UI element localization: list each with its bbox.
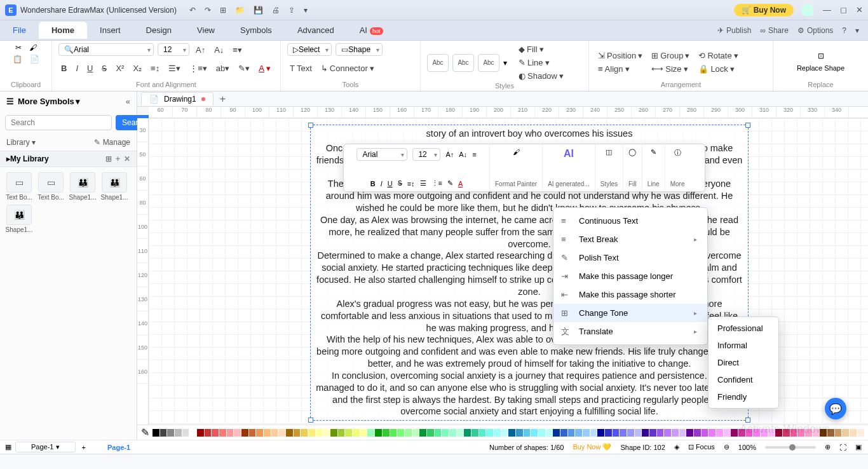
color-swatch[interactable] [353,429,360,437]
thumb-item[interactable]: ▭Text Bo... [37,172,65,201]
color-swatch[interactable] [457,429,464,437]
color-swatch[interactable] [264,429,271,437]
thumb-item[interactable]: 👪Shape1... [5,205,33,233]
shadow-button[interactable]: ◐ Shadow▾ [516,70,566,82]
color-swatch[interactable] [167,429,174,437]
connector-tool[interactable]: ↳ Connector▾ [318,62,377,74]
color-swatch[interactable] [278,429,285,437]
mini-size-combo[interactable]: 12 [412,148,440,161]
decrease-font-icon[interactable]: A↓ [212,44,226,56]
publish-button[interactable]: ✈ Publish [717,26,751,35]
color-swatch[interactable] [241,429,248,437]
color-swatch[interactable] [508,429,515,437]
mini-more-icon[interactable]: ⓘ [674,148,681,158]
add-page-icon[interactable]: + [82,444,86,451]
color-swatch[interactable] [397,429,404,437]
more-symbols[interactable]: More Symbols [18,97,80,106]
font-size-combo[interactable]: 12 [158,43,189,56]
increase-font-icon[interactable]: A↑ [193,44,208,56]
color-swatch[interactable] [205,429,212,437]
menu-advanced[interactable]: Advanced [285,22,347,39]
status-buy-now[interactable]: Buy Now 💛 [573,443,611,451]
qat-more-icon[interactable]: ▾ [304,6,308,15]
menu-insert[interactable]: Insert [87,22,133,39]
select-tool[interactable]: ▷ Select [287,43,332,56]
document-tab[interactable]: 📄Drawing1 [141,92,214,105]
lib-add-icon[interactable]: + [116,154,120,163]
layers-icon[interactable]: ◈ [674,443,679,451]
color-swatch[interactable] [538,429,545,437]
format-brush-icon[interactable]: 🖌 [29,43,37,52]
menu-make-longer[interactable]: ⇥Make this passage longer [553,267,707,285]
color-swatch[interactable] [427,429,434,437]
menu-make-shorter[interactable]: ⇤Make this passage shorter [553,285,707,304]
bullets-icon[interactable]: ☰▾ [166,62,183,74]
export-icon[interactable]: ⇪ [288,6,295,15]
color-swatch[interactable] [153,429,159,437]
numbering-icon[interactable]: ⋮≡▾ [187,62,210,74]
mini-underline-icon[interactable]: U [388,180,393,187]
size-button[interactable]: ⟷ Size▾ [649,63,692,75]
mini-italic-icon[interactable]: I [381,180,383,187]
eyedropper-icon[interactable]: ✎ [141,426,149,438]
help-icon[interactable]: ? [842,26,846,35]
color-swatch[interactable] [435,429,442,437]
minimize-icon[interactable]: — [823,5,831,15]
mini-strike-icon[interactable]: S̶ [398,179,402,187]
mini-numbering-icon[interactable]: ⋮≡ [431,179,442,187]
font-color-icon[interactable]: A▾ [256,62,273,74]
cut-icon[interactable]: ✂ [15,43,22,52]
resize-handle[interactable] [745,123,750,128]
resize-handle[interactable] [308,123,313,128]
color-swatch[interactable] [442,429,449,437]
color-swatch[interactable] [835,429,842,437]
menu-continuous-text[interactable]: ≡Continuous Text [553,212,707,230]
tone-friendly[interactable]: Friendly [709,388,778,405]
menu-polish-text[interactable]: ✎Polish Text [553,248,707,267]
color-swatch[interactable] [227,429,234,437]
maximize-icon[interactable]: ◻ [840,5,847,15]
color-swatch[interactable] [524,429,531,437]
thumb-item[interactable]: ▭Text Bo... [5,172,33,201]
mini-bold-icon[interactable]: B [370,180,376,187]
color-swatch[interactable] [850,429,857,437]
color-swatch[interactable] [412,429,419,437]
tone-informal[interactable]: Informal [709,337,778,354]
position-button[interactable]: ⇲ Position▾ [595,50,645,62]
zoom-in-icon[interactable]: ⊕ [825,443,831,451]
replace-shape-icon[interactable]: ⊡ [818,51,824,60]
color-swatch[interactable] [531,429,538,437]
color-swatch[interactable] [605,429,612,437]
mini-color-icon[interactable]: A [458,180,463,187]
style-preset-3[interactable]: Abc [478,54,499,72]
mini-highlight-icon[interactable]: ✎ [447,179,453,187]
color-swatch[interactable] [464,429,471,437]
redo-icon[interactable]: ↷ [205,6,211,15]
zoom-slider[interactable] [765,446,816,449]
align-para-icon[interactable]: ≡▾ [230,44,245,56]
color-swatch[interactable] [568,429,575,437]
color-swatch[interactable] [702,429,709,437]
color-swatch[interactable] [731,429,738,437]
open-icon[interactable]: 📁 [235,6,245,15]
lock-button[interactable]: 🔒 Lock▾ [696,63,740,75]
color-swatch[interactable] [160,429,167,437]
menu-view[interactable]: View [184,22,227,39]
color-swatch[interactable] [620,429,627,437]
color-swatch[interactable] [256,429,263,437]
color-swatch[interactable] [694,429,701,437]
color-swatch[interactable] [197,429,204,437]
fill-button[interactable]: ◆ Fill▾ [516,43,566,55]
tone-confident[interactable]: Confident [709,371,778,388]
color-swatch[interactable] [597,429,604,437]
strike-icon[interactable]: S̶ [99,62,109,74]
copy-icon[interactable]: 📋 [13,55,22,64]
color-swatch[interactable] [301,429,308,437]
mini-dec-font-icon[interactable]: A↓ [459,151,467,158]
paste-icon[interactable]: 📄 [30,55,39,64]
color-swatch[interactable] [316,429,323,437]
color-swatch[interactable] [516,429,523,437]
zoom-out-icon[interactable]: ⊖ [724,443,729,451]
color-swatch[interactable] [419,429,426,437]
color-swatch[interactable] [501,429,508,437]
